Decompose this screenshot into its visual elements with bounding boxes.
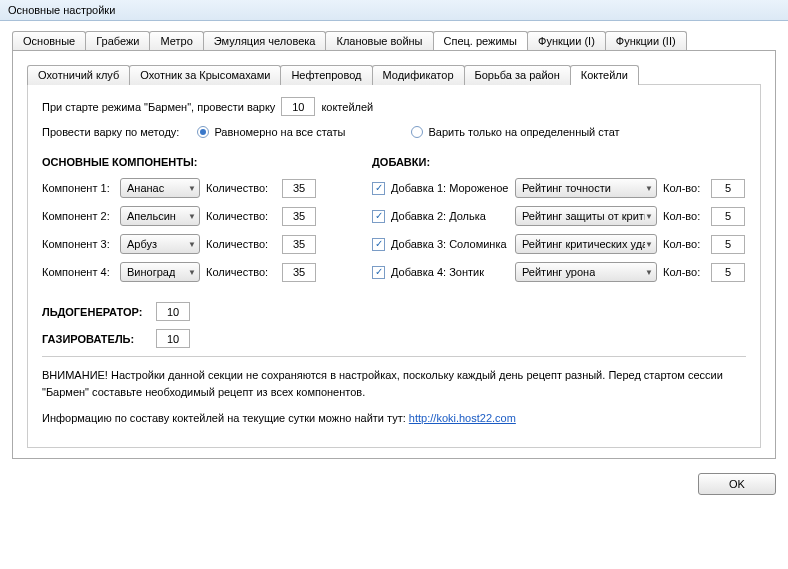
component-qty-input[interactable] xyxy=(282,207,316,226)
component-label: Компонент 3: xyxy=(42,238,114,250)
outer-tabpanel: Охотничий клубОхотник за КрысомахамиНефт… xyxy=(12,50,776,459)
window-titlebar: Основные настройки xyxy=(0,0,788,21)
outer-tab[interactable]: Функции (I) xyxy=(527,31,606,51)
info-pre: Информацию по составу коктейлей на текущ… xyxy=(42,412,409,424)
addition-rating-select[interactable]: Рейтинг точности▼ xyxy=(515,178,657,198)
outer-tabbar: ОсновныеГрабежиМетроЭмуляция человекаКла… xyxy=(12,31,776,51)
addition-rating-value: Рейтинг урона xyxy=(522,266,595,278)
outer-tab[interactable]: Функции (II) xyxy=(605,31,687,51)
radio-icon xyxy=(411,126,423,138)
component-label: Компонент 2: xyxy=(42,210,114,222)
addition-label: Добавка 1: Мороженое xyxy=(391,182,509,194)
component-qty-input[interactable] xyxy=(282,179,316,198)
outer-tab[interactable]: Грабежи xyxy=(85,31,150,51)
chevron-down-icon: ▼ xyxy=(645,184,653,193)
component-qty-label: Количество: xyxy=(206,182,276,194)
inner-tab[interactable]: Охотничий клуб xyxy=(27,65,130,85)
component-qty-label: Количество: xyxy=(206,238,276,250)
gas-input[interactable] xyxy=(156,329,190,348)
addition-rating-select[interactable]: Рейтинг защиты от крити▼ xyxy=(515,206,657,226)
addition-qty-input[interactable] xyxy=(711,263,745,282)
outer-tab[interactable]: Спец. режимы xyxy=(433,31,529,51)
inner-tabpanel: При старте режима "Бармен", провести вар… xyxy=(27,84,761,448)
method-radio-1[interactable]: Равномерно на все статы xyxy=(197,126,345,138)
component-qty-input[interactable] xyxy=(282,263,316,282)
outer-tab[interactable]: Клановые войны xyxy=(325,31,433,51)
gas-label: ГАЗИРОВАТЕЛЬ: xyxy=(42,333,150,345)
chevron-down-icon: ▼ xyxy=(188,268,196,277)
outer-tab[interactable]: Метро xyxy=(149,31,203,51)
ok-button[interactable]: OK xyxy=(698,473,776,495)
info-text: Информацию по составу коктейлей на текущ… xyxy=(42,410,746,427)
chevron-down-icon: ▼ xyxy=(188,212,196,221)
addition-qty-input[interactable] xyxy=(711,235,745,254)
inner-tab[interactable]: Нефтепровод xyxy=(280,65,372,85)
window-title: Основные настройки xyxy=(8,4,115,16)
addition-checkbox[interactable]: ✓ xyxy=(372,266,385,279)
inner-tab[interactable]: Модификатор xyxy=(372,65,465,85)
ice-label: ЛЬДОГЕНЕРАТОР: xyxy=(42,306,150,318)
addition-rating-select[interactable]: Рейтинг критических уда▼ xyxy=(515,234,657,254)
addition-checkbox[interactable]: ✓ xyxy=(372,182,385,195)
components-header: ОСНОВНЫЕ КОМПОНЕНТЫ: xyxy=(42,156,362,168)
method-label: Провести варку по методу: xyxy=(42,126,179,138)
component-select[interactable]: Арбуз▼ xyxy=(120,234,200,254)
method-opt2-label: Варить только на определенный стат xyxy=(428,126,619,138)
chevron-down-icon: ▼ xyxy=(645,268,653,277)
component-select[interactable]: Виноград▼ xyxy=(120,262,200,282)
component-qty-label: Количество: xyxy=(206,266,276,278)
addition-checkbox[interactable]: ✓ xyxy=(372,238,385,251)
chevron-down-icon: ▼ xyxy=(188,240,196,249)
start-count-input[interactable] xyxy=(281,97,315,116)
component-qty-label: Количество: xyxy=(206,210,276,222)
inner-tabbar: Охотничий клубОхотник за КрысомахамиНефт… xyxy=(27,65,761,85)
ice-input[interactable] xyxy=(156,302,190,321)
inner-tab[interactable]: Борьба за район xyxy=(464,65,571,85)
addition-qty-label: Кол-во: xyxy=(663,266,705,278)
dialog-button-bar: OK xyxy=(0,467,788,505)
warning-text: ВНИМАНИЕ! Настройки данной секции не сох… xyxy=(42,367,746,400)
chevron-down-icon: ▼ xyxy=(645,240,653,249)
addition-rating-value: Рейтинг защиты от крити xyxy=(522,210,645,222)
addition-rating-value: Рейтинг точности xyxy=(522,182,611,194)
component-select-value: Апельсин xyxy=(127,210,176,222)
component-select[interactable]: Ананас▼ xyxy=(120,178,200,198)
component-select-value: Арбуз xyxy=(127,238,157,250)
start-label-post: коктейлей xyxy=(321,101,373,113)
component-select-value: Виноград xyxy=(127,266,175,278)
addition-qty-label: Кол-во: xyxy=(663,182,705,194)
component-label: Компонент 1: xyxy=(42,182,114,194)
addition-qty-input[interactable] xyxy=(711,179,745,198)
info-link[interactable]: http://koki.host22.com xyxy=(409,412,516,424)
method-radio-2[interactable]: Варить только на определенный стат xyxy=(411,126,619,138)
addition-label: Добавка 2: Долька xyxy=(391,210,509,222)
additions-header: ДОБАВКИ: xyxy=(372,156,746,168)
addition-qty-label: Кол-во: xyxy=(663,238,705,250)
component-select-value: Ананас xyxy=(127,182,164,194)
addition-rating-value: Рейтинг критических уда xyxy=(522,238,645,250)
addition-label: Добавка 3: Соломинка xyxy=(391,238,509,250)
outer-tab[interactable]: Эмуляция человека xyxy=(203,31,327,51)
divider xyxy=(42,356,746,357)
component-qty-input[interactable] xyxy=(282,235,316,254)
addition-qty-input[interactable] xyxy=(711,207,745,226)
component-label: Компонент 4: xyxy=(42,266,114,278)
addition-checkbox[interactable]: ✓ xyxy=(372,210,385,223)
method-opt1-label: Равномерно на все статы xyxy=(214,126,345,138)
component-select[interactable]: Апельсин▼ xyxy=(120,206,200,226)
radio-icon xyxy=(197,126,209,138)
chevron-down-icon: ▼ xyxy=(645,212,653,221)
addition-rating-select[interactable]: Рейтинг урона▼ xyxy=(515,262,657,282)
inner-tab[interactable]: Коктейли xyxy=(570,65,639,85)
start-label-pre: При старте режима "Бармен", провести вар… xyxy=(42,101,275,113)
inner-tab[interactable]: Охотник за Крысомахами xyxy=(129,65,281,85)
outer-tab[interactable]: Основные xyxy=(12,31,86,51)
addition-qty-label: Кол-во: xyxy=(663,210,705,222)
addition-label: Добавка 4: Зонтик xyxy=(391,266,509,278)
chevron-down-icon: ▼ xyxy=(188,184,196,193)
